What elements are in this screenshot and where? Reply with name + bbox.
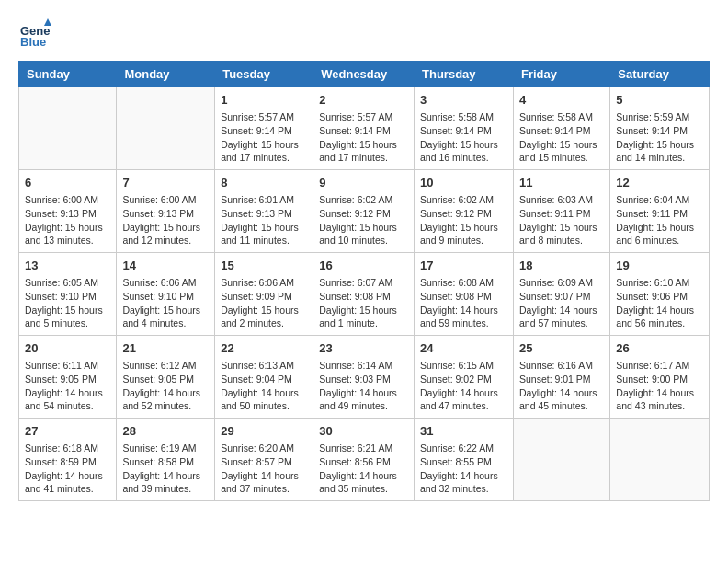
day-number: 26 <box>616 340 703 357</box>
day-number: 5 <box>616 92 703 109</box>
calendar-cell: 14Sunrise: 6:06 AMSunset: 9:10 PMDayligh… <box>117 253 215 336</box>
day-number: 16 <box>319 258 408 274</box>
day-info: Sunrise: 5:57 AMSunset: 9:14 PMDaylight:… <box>319 111 397 163</box>
logo: General Blue <box>18 18 55 52</box>
day-number: 12 <box>616 175 703 191</box>
day-number: 19 <box>616 258 703 274</box>
day-info: Sunrise: 6:02 AMSunset: 9:12 PMDaylight:… <box>319 194 397 246</box>
calendar-cell: 18Sunrise: 6:09 AMSunset: 9:07 PMDayligh… <box>513 253 609 336</box>
calendar-cell: 15Sunrise: 6:06 AMSunset: 9:09 PMDayligh… <box>215 253 313 336</box>
day-info: Sunrise: 6:00 AMSunset: 9:13 PMDaylight:… <box>122 194 200 246</box>
day-info: Sunrise: 6:12 AMSunset: 9:05 PMDaylight:… <box>122 360 200 411</box>
day-number: 1 <box>221 92 307 109</box>
day-info: Sunrise: 6:07 AMSunset: 9:08 PMDaylight:… <box>319 277 397 328</box>
day-info: Sunrise: 6:16 AMSunset: 9:01 PMDaylight:… <box>519 360 597 411</box>
day-number: 3 <box>420 92 507 109</box>
calendar-cell: 16Sunrise: 6:07 AMSunset: 9:08 PMDayligh… <box>313 253 415 336</box>
calendar-cell: 22Sunrise: 6:13 AMSunset: 9:04 PMDayligh… <box>215 336 313 419</box>
day-number: 4 <box>519 92 604 109</box>
day-number: 14 <box>122 258 209 274</box>
day-info: Sunrise: 6:18 AMSunset: 8:59 PMDaylight:… <box>25 442 103 494</box>
day-number: 21 <box>122 340 209 357</box>
day-number: 23 <box>319 340 408 357</box>
day-number: 18 <box>519 258 604 274</box>
day-number: 29 <box>221 423 307 440</box>
page-header: General Blue <box>18 18 710 52</box>
calendar-cell: 24Sunrise: 6:15 AMSunset: 9:02 PMDayligh… <box>415 336 514 419</box>
day-info: Sunrise: 5:58 AMSunset: 9:14 PMDaylight:… <box>420 111 498 163</box>
calendar-cell: 9Sunrise: 6:02 AMSunset: 9:12 PMDaylight… <box>313 170 415 253</box>
day-info: Sunrise: 6:15 AMSunset: 9:02 PMDaylight:… <box>420 360 498 411</box>
day-info: Sunrise: 6:20 AMSunset: 8:57 PMDaylight:… <box>221 442 299 494</box>
day-info: Sunrise: 5:57 AMSunset: 9:14 PMDaylight:… <box>221 111 299 163</box>
day-info: Sunrise: 5:58 AMSunset: 9:14 PMDaylight:… <box>519 111 597 163</box>
day-info: Sunrise: 6:19 AMSunset: 8:58 PMDaylight:… <box>122 442 200 494</box>
day-info: Sunrise: 6:01 AMSunset: 9:13 PMDaylight:… <box>221 194 299 246</box>
calendar-cell: 3Sunrise: 5:58 AMSunset: 9:14 PMDaylight… <box>415 87 514 170</box>
day-number: 28 <box>122 423 209 440</box>
day-number: 24 <box>420 340 507 357</box>
logo-icon: General Blue <box>18 18 51 52</box>
calendar-cell: 13Sunrise: 6:05 AMSunset: 9:10 PMDayligh… <box>19 253 117 336</box>
day-number: 10 <box>420 175 507 191</box>
day-number: 2 <box>319 92 408 109</box>
calendar-cell: 19Sunrise: 6:10 AMSunset: 9:06 PMDayligh… <box>610 253 710 336</box>
calendar-cell: 7Sunrise: 6:00 AMSunset: 9:13 PMDaylight… <box>117 170 215 253</box>
calendar-table: SundayMondayTuesdayWednesdayThursdayFrid… <box>18 61 710 501</box>
day-info: Sunrise: 6:03 AMSunset: 9:11 PMDaylight:… <box>519 194 597 246</box>
header-tuesday: Tuesday <box>215 62 313 87</box>
calendar-cell: 6Sunrise: 6:00 AMSunset: 9:13 PMDaylight… <box>19 170 117 253</box>
calendar-cell: 8Sunrise: 6:01 AMSunset: 9:13 PMDaylight… <box>215 170 313 253</box>
day-info: Sunrise: 6:09 AMSunset: 9:07 PMDaylight:… <box>519 277 597 328</box>
calendar-cell: 27Sunrise: 6:18 AMSunset: 8:59 PMDayligh… <box>19 419 117 501</box>
header-friday: Friday <box>513 62 609 87</box>
calendar-cell: 26Sunrise: 6:17 AMSunset: 9:00 PMDayligh… <box>610 336 710 419</box>
header-thursday: Thursday <box>415 62 514 87</box>
day-info: Sunrise: 6:05 AMSunset: 9:10 PMDaylight:… <box>25 277 103 328</box>
header-sunday: Sunday <box>19 62 117 87</box>
day-info: Sunrise: 5:59 AMSunset: 9:14 PMDaylight:… <box>616 111 694 163</box>
calendar-cell: 2Sunrise: 5:57 AMSunset: 9:14 PMDaylight… <box>313 87 415 170</box>
day-number: 15 <box>221 258 307 274</box>
calendar-cell: 17Sunrise: 6:08 AMSunset: 9:08 PMDayligh… <box>415 253 514 336</box>
day-info: Sunrise: 6:06 AMSunset: 9:09 PMDaylight:… <box>221 277 299 328</box>
day-info: Sunrise: 6:22 AMSunset: 8:55 PMDaylight:… <box>420 442 498 494</box>
calendar-cell <box>19 87 117 170</box>
day-info: Sunrise: 6:04 AMSunset: 9:11 PMDaylight:… <box>616 194 694 246</box>
calendar-cell: 4Sunrise: 5:58 AMSunset: 9:14 PMDaylight… <box>513 87 609 170</box>
day-info: Sunrise: 6:00 AMSunset: 9:13 PMDaylight:… <box>25 194 103 246</box>
day-info: Sunrise: 6:06 AMSunset: 9:10 PMDaylight:… <box>122 277 200 328</box>
calendar-cell: 31Sunrise: 6:22 AMSunset: 8:55 PMDayligh… <box>415 419 514 501</box>
day-info: Sunrise: 6:11 AMSunset: 9:05 PMDaylight:… <box>25 360 103 411</box>
day-info: Sunrise: 6:02 AMSunset: 9:12 PMDaylight:… <box>420 194 498 246</box>
header-wednesday: Wednesday <box>313 62 415 87</box>
day-info: Sunrise: 6:13 AMSunset: 9:04 PMDaylight:… <box>221 360 299 411</box>
calendar-cell: 25Sunrise: 6:16 AMSunset: 9:01 PMDayligh… <box>513 336 609 419</box>
calendar-week-2: 6Sunrise: 6:00 AMSunset: 9:13 PMDaylight… <box>19 170 710 253</box>
day-info: Sunrise: 6:14 AMSunset: 9:03 PMDaylight:… <box>319 360 397 411</box>
calendar-week-4: 20Sunrise: 6:11 AMSunset: 9:05 PMDayligh… <box>19 336 710 419</box>
day-number: 7 <box>122 175 209 191</box>
calendar-cell <box>117 87 215 170</box>
calendar-cell: 28Sunrise: 6:19 AMSunset: 8:58 PMDayligh… <box>117 419 215 501</box>
day-number: 20 <box>25 340 110 357</box>
calendar-cell: 30Sunrise: 6:21 AMSunset: 8:56 PMDayligh… <box>313 419 415 501</box>
calendar-header-row: SundayMondayTuesdayWednesdayThursdayFrid… <box>19 62 710 87</box>
day-number: 11 <box>519 175 604 191</box>
day-number: 27 <box>25 423 110 440</box>
day-number: 22 <box>221 340 307 357</box>
header-monday: Monday <box>117 62 215 87</box>
day-info: Sunrise: 6:08 AMSunset: 9:08 PMDaylight:… <box>420 277 498 328</box>
calendar-week-5: 27Sunrise: 6:18 AMSunset: 8:59 PMDayligh… <box>19 419 710 501</box>
calendar-cell: 1Sunrise: 5:57 AMSunset: 9:14 PMDaylight… <box>215 87 313 170</box>
day-number: 30 <box>319 423 408 440</box>
calendar-cell: 5Sunrise: 5:59 AMSunset: 9:14 PMDaylight… <box>610 87 710 170</box>
calendar-cell: 23Sunrise: 6:14 AMSunset: 9:03 PMDayligh… <box>313 336 415 419</box>
calendar-cell: 20Sunrise: 6:11 AMSunset: 9:05 PMDayligh… <box>19 336 117 419</box>
day-number: 13 <box>25 258 110 274</box>
calendar-cell: 12Sunrise: 6:04 AMSunset: 9:11 PMDayligh… <box>610 170 710 253</box>
day-number: 8 <box>221 175 307 191</box>
day-number: 6 <box>25 175 110 191</box>
calendar-cell <box>610 419 710 501</box>
calendar-week-1: 1Sunrise: 5:57 AMSunset: 9:14 PMDaylight… <box>19 87 710 170</box>
